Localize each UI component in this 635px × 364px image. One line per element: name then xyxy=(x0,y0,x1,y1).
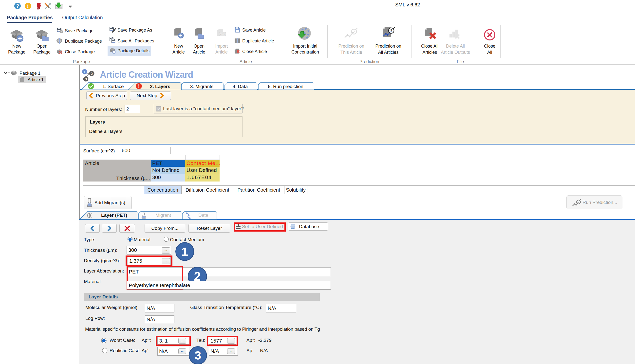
svg-text:CSV: CSV xyxy=(220,33,225,36)
svg-text:1: 1 xyxy=(84,70,86,74)
svg-text:?: ? xyxy=(578,200,579,204)
svg-text:?: ? xyxy=(353,30,355,34)
svg-text:i: i xyxy=(27,4,28,9)
svg-text:?: ? xyxy=(390,28,392,32)
svg-text:2: 2 xyxy=(91,72,93,76)
svg-text:3: 3 xyxy=(85,77,87,81)
svg-text:?: ? xyxy=(16,3,19,9)
